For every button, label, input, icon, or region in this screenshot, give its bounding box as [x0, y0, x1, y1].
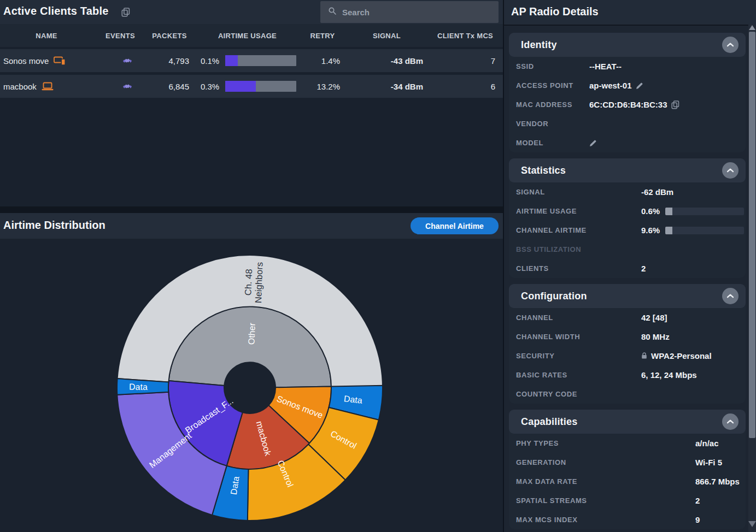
column-header-packets[interactable]: PACKETS — [148, 32, 191, 40]
section-identity: IdentitySSID--HEAT--ACCESS POINTap-west-… — [509, 33, 746, 152]
sunburst-label: Other — [247, 322, 256, 345]
ap-radio-details-panel: AP Radio Details IdentitySSID--HEAT--ACC… — [503, 0, 756, 532]
airtime-sunburst-chart: OtherSonos movemacbookBroadcast_F...Ch. … — [0, 239, 503, 532]
collapse-section-button[interactable] — [722, 413, 739, 430]
detail-label: CHANNEL WIDTH — [516, 333, 641, 341]
detail-value: 2 — [695, 496, 700, 505]
column-header-signal[interactable]: SIGNAL — [342, 32, 432, 40]
detail-label: SPATIAL STREAMS — [516, 496, 695, 505]
handshake-events-icon[interactable] — [122, 83, 132, 90]
detail-value: 0.6% — [641, 206, 660, 216]
handshake-events-icon[interactable] — [122, 57, 132, 64]
detail-value: 2 — [641, 264, 646, 273]
detail-row: PHY TYPESa/n/ac — [509, 434, 746, 453]
detail-row: SPATIAL STREAMS2 — [509, 491, 746, 510]
detail-label: COUNTRY CODE — [516, 390, 641, 398]
copy-icon[interactable] — [671, 101, 679, 109]
detail-label: VENDOR — [516, 120, 589, 128]
client-name: macbook — [3, 82, 37, 91]
column-header-airtime-usage[interactable]: AIRTIME USAGE — [191, 32, 303, 40]
copy-table-icon[interactable] — [121, 8, 130, 17]
packets-value: 6,845 — [168, 82, 189, 91]
chevron-up-icon — [726, 43, 734, 47]
packets-value: 4,793 — [168, 56, 189, 66]
clients-topbar: Active Clients Table — [0, 0, 503, 24]
detail-row: GENERATIONWi-Fi 5 — [509, 453, 746, 472]
column-header-name[interactable]: NAME — [0, 32, 93, 40]
collapse-section-button[interactable] — [722, 288, 739, 304]
detail-label: MAC ADDRESS — [516, 101, 589, 109]
detail-value — [589, 139, 597, 147]
scrollbar-thumb[interactable] — [749, 32, 755, 438]
panel-title: AP Radio Details — [511, 5, 599, 18]
column-header-events[interactable]: EVENTS — [93, 32, 148, 40]
detail-label: MAX MCS INDEX — [516, 516, 695, 524]
section-header: Configuration — [509, 284, 746, 308]
section-title: Capabilities — [521, 416, 577, 428]
column-header-client-tx-mcs[interactable]: CLIENT Tx MCS — [432, 32, 499, 40]
detail-label: MODEL — [516, 139, 589, 147]
channel-airtime-button[interactable]: Channel Airtime — [411, 217, 499, 234]
airtime-percent: 0.1% — [201, 56, 225, 66]
scrollbar-down-arrow[interactable] — [748, 521, 756, 527]
airtime-title: Airtime Distribution — [3, 219, 106, 232]
detail-row: SIGNAL-62 dBm — [509, 182, 746, 202]
detail-row: MAX MCS INDEX9 — [509, 510, 746, 529]
detail-row: BSS UTILIZATION — [509, 240, 746, 259]
detail-value: 866.7 Mbps — [695, 477, 740, 486]
section-configuration: ConfigurationCHANNEL42 [48]CHANNEL WIDTH… — [509, 284, 746, 404]
table-row[interactable]: macbook6,8450.3%13.2%-34 dBm6 — [0, 75, 503, 98]
detail-label: SIGNAL — [516, 188, 641, 196]
detail-value: 6C:CD:D6:B4:BC:33 — [589, 100, 679, 109]
detail-value: 42 [48] — [641, 313, 667, 322]
detail-label: ACCESS POINT — [516, 81, 589, 90]
detail-value: WPA2-Personal — [641, 351, 712, 360]
detail-value: a/n/ac — [695, 439, 719, 448]
detail-label: MAX DATA RATE — [516, 477, 695, 486]
signal-value: -34 dBm — [391, 82, 423, 91]
section-divider — [0, 206, 503, 213]
detail-row: COUNTRY CODE — [509, 385, 746, 404]
edit-pencil-icon[interactable] — [636, 82, 643, 90]
detail-value: 9 — [695, 515, 700, 524]
detail-row: SECURITYWPA2-Personal — [509, 346, 746, 365]
retry-value: 13.2% — [317, 82, 340, 91]
active-clients-section: Active Clients Table NAME EVENTS PACKETS… — [0, 0, 503, 532]
detail-value: 9.6% — [641, 226, 660, 235]
collapse-section-button[interactable] — [722, 37, 739, 53]
client-name: Sonos move — [3, 56, 49, 66]
airtime-distribution-header: Airtime Distribution Channel Airtime — [0, 213, 503, 239]
search-input[interactable] — [342, 8, 484, 17]
table-row[interactable]: Sonos move4,7930.1%1.4%-43 dBm7 — [0, 49, 503, 72]
detail-label: GENERATION — [516, 458, 695, 466]
section-statistics: StatisticsSIGNAL-62 dBmAIRTIME USAGE0.6%… — [509, 158, 746, 278]
airtime-usage-bar — [225, 81, 296, 92]
detail-label: SSID — [516, 62, 589, 70]
detail-value: 80 MHz — [641, 332, 670, 341]
column-header-retry[interactable]: RETRY — [303, 32, 342, 40]
lock-icon — [641, 352, 647, 359]
stat-progress-bar — [665, 208, 744, 215]
detail-row: CHANNEL AIRTIME9.6% — [509, 221, 746, 240]
panel-header: AP Radio Details — [504, 0, 756, 26]
detail-label: BSS UTILIZATION — [516, 245, 641, 253]
detail-label: AIRTIME USAGE — [516, 207, 641, 215]
search-icon — [328, 7, 337, 17]
scrollbar-up-arrow[interactable] — [749, 25, 755, 30]
detail-row: CHANNEL WIDTH80 MHz — [509, 327, 746, 346]
detail-value: --HEAT-- — [589, 62, 622, 71]
sunburst-label: Data — [129, 382, 148, 392]
detail-value: ap-west-01 — [589, 81, 643, 90]
detail-row: MODEL — [509, 133, 746, 152]
collapse-section-button[interactable] — [722, 162, 739, 179]
signal-value: -43 dBm — [391, 56, 423, 66]
detail-value: Wi-Fi 5 — [695, 458, 722, 467]
detail-label: BASIC RATES — [516, 371, 641, 379]
detail-row: BASIC RATES6, 12, 24 Mbps — [509, 365, 746, 385]
edit-pencil-icon[interactable] — [589, 139, 597, 147]
section-title: Statistics — [521, 165, 566, 176]
section-header: Identity — [509, 33, 746, 57]
detail-label: CHANNEL AIRTIME — [516, 226, 641, 234]
table-header: NAME EVENTS PACKETS AIRTIME USAGE RETRY … — [0, 24, 503, 47]
detail-row: MAC ADDRESS6C:CD:D6:B4:BC:33 — [509, 95, 746, 114]
